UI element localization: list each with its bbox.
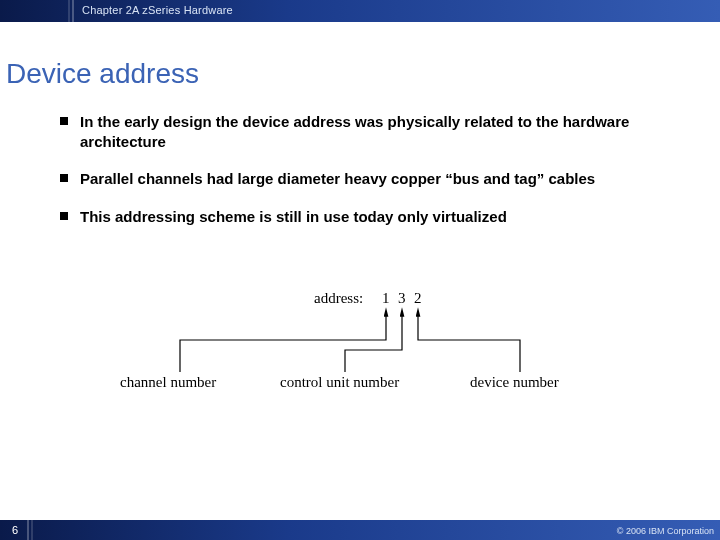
slide: Chapter 2A zSeries Hardware Device addre… xyxy=(0,0,720,540)
bullet-square-icon xyxy=(60,117,68,125)
footer-divider-icon xyxy=(31,520,33,540)
bullet-text: In the early design the device address w… xyxy=(80,112,680,151)
header-bar: Chapter 2A zSeries Hardware xyxy=(0,0,720,22)
bullet-square-icon xyxy=(60,212,68,220)
slide-title: Device address xyxy=(6,58,199,90)
page-number: 6 xyxy=(6,524,24,536)
bullet-item: This addressing scheme is still in use t… xyxy=(60,207,680,227)
label-control-unit-number: control unit number xyxy=(280,374,399,391)
bullet-list: In the early design the device address w… xyxy=(60,112,680,244)
label-channel-number: channel number xyxy=(120,374,216,391)
chapter-label: Chapter 2A zSeries Hardware xyxy=(82,4,233,16)
bullet-text: This addressing scheme is still in use t… xyxy=(80,207,507,227)
bullet-item: In the early design the device address w… xyxy=(60,112,680,151)
header-divider-icon xyxy=(68,0,70,22)
arrows-icon xyxy=(120,290,600,410)
bullet-text: Parallel channels had large diameter hea… xyxy=(80,169,595,189)
footer-divider-icon xyxy=(27,520,29,540)
footer-bar: 6 © 2006 IBM Corporation xyxy=(0,520,720,540)
header-divider-icon xyxy=(72,0,74,22)
label-device-number: device number xyxy=(470,374,559,391)
copyright-text: © 2006 IBM Corporation xyxy=(617,526,714,536)
bullet-square-icon xyxy=(60,174,68,182)
address-diagram: address: 1 3 2 channel number control un… xyxy=(120,290,600,410)
bullet-item: Parallel channels had large diameter hea… xyxy=(60,169,680,189)
